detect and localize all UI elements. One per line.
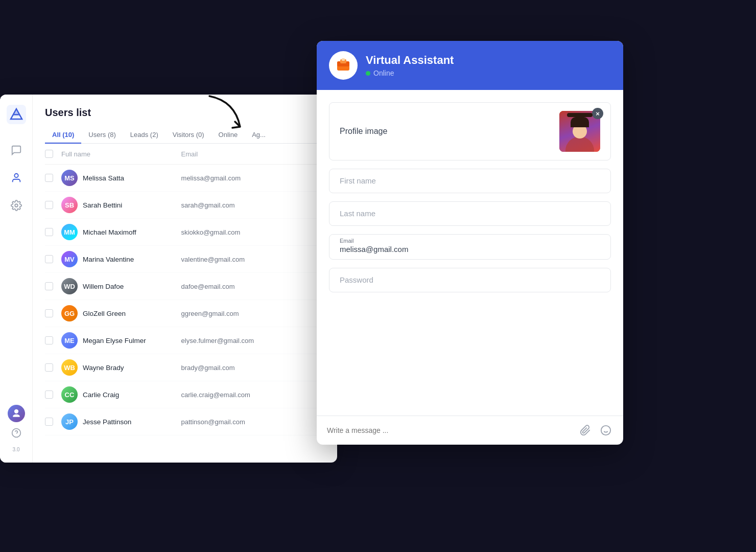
remove-image-button[interactable]: × [592,108,603,119]
attach-icon[interactable] [578,423,593,438]
user-avatar: MS [61,170,78,186]
user-avatar: ME [61,332,78,349]
tabs-bar: All (10) Users (8) Leads (2) Visitors (0… [45,127,325,144]
svg-point-4 [14,174,18,177]
profile-image-field: Profile image × [329,102,611,160]
user-name: Carlie Craig [83,391,119,399]
status-dot-online [366,71,370,76]
row-checkbox[interactable] [45,390,53,399]
table-row[interactable]: ME Megan Elyse Fulmer elyse.fulmer@gmail… [45,327,325,354]
message-input[interactable] [327,426,572,434]
user-email: elyse.fulmer@gmail.com [181,337,254,344]
assistant-status: Online [366,69,611,77]
user-name: Wayne Brady [83,364,124,372]
last-name-placeholder: Last name [340,209,375,218]
col-email-header: Email [181,150,325,158]
sidebar-settings-icon[interactable] [10,199,23,212]
user-name: Melissa Satta [83,174,124,182]
table-row[interactable]: MV Marina Valentine valentine@gmail.com [45,246,325,273]
user-name: Marina Valentine [83,256,134,263]
first-name-field[interactable]: First name [329,169,611,193]
email-field[interactable]: Email melissa@gmail.com [329,234,611,260]
tab-online[interactable]: Online [211,127,245,144]
svg-rect-11 [342,58,345,61]
row-checkbox[interactable] [45,336,53,344]
user-name: Sarah Bettini [83,201,122,209]
user-avatar: SB [61,197,78,213]
assistant-info: Virtual Assistant Online [366,54,611,77]
user-email: melissa@gmail.com [181,174,241,182]
user-avatar-sidebar[interactable] [8,405,25,422]
first-name-placeholder: First name [340,176,376,185]
table-row[interactable]: MS Melissa Satta melissa@gmail.com [45,165,325,192]
users-table: Full name Email MS Melissa Satta melissa… [33,144,337,463]
user-email: dafoe@email.com [181,283,235,290]
user-avatar: CC [61,386,78,403]
svg-point-5 [15,204,18,207]
assistant-panel: Virtual Assistant Online Profile image [317,41,623,445]
table-row[interactable]: WD Willem Dafoe dafoe@email.com [45,273,325,300]
user-rows-container: MS Melissa Satta melissa@gmail.com SB Sa… [45,165,325,435]
sidebar: 3.0 [0,95,33,463]
table-row[interactable]: SB Sarah Bettini sarah@gmail.com [45,192,325,219]
row-checkbox[interactable] [45,174,53,182]
user-name: Jesse Pattinson [83,418,131,426]
user-name: GloZell Green [83,310,126,317]
sidebar-users-icon[interactable] [10,171,23,185]
user-avatar: JP [61,413,78,430]
row-checkbox[interactable] [45,309,53,317]
assistant-logo-bg [329,51,358,80]
table-row[interactable]: JP Jesse Pattinson pattinson@gmail.com [45,408,325,435]
message-input-area [317,416,623,445]
status-text: Online [373,69,394,77]
svg-rect-3 [14,114,19,115]
row-checkbox[interactable] [45,282,53,290]
user-email: carlie.craig@email.com [181,391,250,399]
row-checkbox[interactable] [45,228,53,236]
table-row[interactable]: WB Wayne Brady brady@gmail.com [45,354,325,381]
table-header: Full name Email [45,144,325,165]
profile-image-label: Profile image [340,127,387,136]
table-row[interactable]: MM Michael Maximoff skiokko@gmail.com [45,219,325,246]
sidebar-chat-icon[interactable] [10,144,23,157]
assistant-name: Virtual Assistant [366,54,611,67]
tab-users[interactable]: Users (8) [81,127,123,144]
tab-all[interactable]: All (10) [45,127,81,144]
form-area: Profile image × [317,90,623,416]
user-email: skiokko@gmail.com [181,228,241,236]
row-checkbox[interactable] [45,418,53,426]
app-logo[interactable] [7,105,26,124]
tab-ag[interactable]: Ag... [245,127,273,144]
select-all-checkbox[interactable] [45,150,53,158]
email-value: melissa@gmail.com [340,245,408,254]
user-email: pattinson@gmail.com [181,418,245,426]
user-email: valentine@gmail.com [181,256,245,263]
user-email: ggreen@gmail.com [181,310,239,317]
row-checkbox[interactable] [45,201,53,209]
user-name: Megan Elyse Fulmer [83,337,146,344]
user-email: sarah@gmail.com [181,201,235,209]
user-email: brady@gmail.com [181,364,235,372]
panel-title: Users list [45,107,325,119]
row-checkbox[interactable] [45,255,53,263]
user-avatar: MV [61,251,78,267]
assistant-header: Virtual Assistant Online [317,41,623,90]
tab-leads[interactable]: Leads (2) [123,127,166,144]
user-avatar: GG [61,305,78,321]
user-avatar: WD [61,278,78,294]
last-name-field[interactable]: Last name [329,201,611,226]
user-avatar: MM [61,224,78,240]
users-panel: 3.0 Users list All (10) Users (8) Leads … [0,95,337,463]
svg-point-12 [601,426,610,435]
password-placeholder: Password [340,275,373,284]
app-version: 3.0 [13,447,20,452]
emoji-icon[interactable] [599,423,613,438]
sidebar-help-icon[interactable] [10,426,23,440]
panel-header: Users list All (10) Users (8) Leads (2) … [33,95,337,144]
tab-visitors[interactable]: Visitors (0) [166,127,211,144]
password-field[interactable]: Password [329,268,611,292]
row-checkbox[interactable] [45,363,53,372]
table-row[interactable]: CC Carlie Craig carlie.craig@email.com [45,381,325,408]
main-content: Users list All (10) Users (8) Leads (2) … [33,95,337,463]
table-row[interactable]: GG GloZell Green ggreen@gmail.com [45,300,325,327]
